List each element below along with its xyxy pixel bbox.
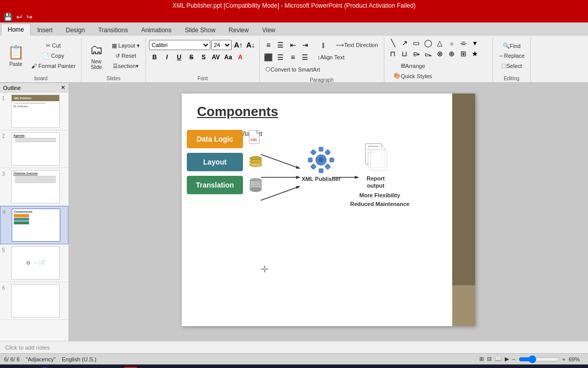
shape-10[interactable]: ⊔ bbox=[399, 49, 410, 59]
taskbar-icon-firefox[interactable]: 🦊 bbox=[20, 366, 36, 369]
undo-qat-btn[interactable]: ↩ bbox=[15, 13, 24, 21]
text-direction-button[interactable]: ⟶ Text Direction bbox=[333, 40, 381, 50]
decrease-indent-button[interactable]: ⇤ bbox=[287, 40, 299, 50]
view-slide-sorter-icon[interactable]: ⊟ bbox=[487, 356, 492, 362]
taskbar-icon-search[interactable]: 🔍 bbox=[3, 366, 18, 369]
shape-8[interactable]: ▾ bbox=[470, 38, 481, 48]
justify-button[interactable]: ☰ bbox=[300, 52, 311, 62]
layout-button-comp[interactable]: Layout bbox=[187, 153, 243, 171]
zoom-slider[interactable] bbox=[519, 355, 559, 363]
cut-button[interactable]: ✂ Cut bbox=[29, 41, 78, 51]
replace-button[interactable]: ↔ Replace bbox=[496, 51, 527, 60]
tab-animations[interactable]: Animations bbox=[135, 24, 178, 36]
shape-13[interactable]: ⊗ bbox=[434, 49, 446, 59]
reset-button[interactable]: ↺ Reset bbox=[109, 51, 142, 61]
copy-button[interactable]: 📄 Copy bbox=[29, 51, 78, 61]
shape-15[interactable]: ⊞ bbox=[458, 49, 469, 59]
shadow-button[interactable]: S bbox=[198, 52, 209, 62]
shape-7[interactable]: ⌯ bbox=[458, 38, 469, 48]
slide-thumb-5[interactable]: 5 ⚙ → 📄 bbox=[0, 244, 68, 282]
font-size-select[interactable]: 24 bbox=[211, 40, 232, 50]
taskbar-icon-clipboard[interactable]: 📋 bbox=[106, 366, 121, 369]
align-left-button[interactable]: ⬛ bbox=[263, 52, 274, 62]
tab-view[interactable]: View bbox=[255, 24, 282, 36]
shape-3[interactable]: ▭ bbox=[411, 38, 422, 48]
increase-font-btn[interactable]: A↑ bbox=[233, 40, 244, 50]
strikethrough-button[interactable]: S bbox=[186, 52, 197, 62]
zoom-level[interactable]: 69% bbox=[569, 356, 584, 362]
arrange-button[interactable]: ⊞ Arrange bbox=[389, 61, 436, 71]
slide-title[interactable]: Components bbox=[182, 94, 475, 125]
view-reading-icon[interactable]: 📖 bbox=[495, 356, 502, 362]
slide-thumb-1[interactable]: 1 XML Publisher ML Publisher bbox=[0, 93, 68, 130]
shape-11[interactable]: ⌲ bbox=[411, 49, 422, 59]
taskbar-icon-display[interactable]: 🖥 bbox=[71, 366, 87, 369]
char-space-button[interactable]: AV bbox=[210, 52, 222, 62]
redo-qat-btn[interactable]: ↪ bbox=[25, 13, 34, 21]
outline-tab-label[interactable]: Outline bbox=[3, 85, 21, 91]
bold-button[interactable]: B bbox=[149, 52, 160, 62]
format-painter-button[interactable]: 🖌 Format Painter bbox=[29, 61, 78, 71]
slide-thumb-3[interactable]: 3 .Publisher Overview bbox=[0, 168, 68, 206]
taskbar-icon-skype[interactable]: 💬 bbox=[54, 366, 69, 369]
view-slideshow-icon[interactable]: ▶ bbox=[505, 356, 509, 362]
change-case-button[interactable]: Aa bbox=[223, 52, 234, 62]
find-button[interactable]: 🔍 Find bbox=[496, 41, 527, 51]
font-family-select[interactable]: Calibri bbox=[149, 40, 210, 50]
numbered-list-button[interactable]: ☰ bbox=[275, 40, 286, 50]
align-text-button[interactable]: ↕ Align Text bbox=[315, 53, 347, 62]
view-normal-icon[interactable]: ⊞ bbox=[479, 356, 484, 362]
notes-bar[interactable]: Click to add notes bbox=[0, 341, 588, 353]
save-qat-btn[interactable]: 💾 bbox=[2, 13, 14, 21]
slide-count-status: 6/ 6/ 6 bbox=[4, 356, 20, 362]
shape-16[interactable]: ★ bbox=[470, 49, 481, 59]
translation-button[interactable]: Translation bbox=[187, 176, 243, 194]
slide-num-4: 4 bbox=[3, 209, 10, 215]
zoom-out-icon[interactable]: − bbox=[512, 356, 515, 362]
new-slide-button[interactable]: 🗂 NewSlide bbox=[85, 40, 108, 71]
tab-review[interactable]: Review bbox=[222, 24, 255, 36]
columns-button[interactable]: ⫿ bbox=[318, 40, 329, 50]
shape-2[interactable]: ↗ bbox=[399, 38, 410, 48]
bullets-button[interactable]: ≡ bbox=[263, 40, 274, 50]
font-color-button[interactable]: A bbox=[235, 52, 246, 62]
close-sidebar-btn[interactable]: ✕ bbox=[61, 84, 65, 91]
paste-button[interactable]: 📋 Paste bbox=[4, 40, 28, 71]
decrease-font-btn[interactable]: A↓ bbox=[245, 40, 256, 50]
tab-insert[interactable]: Insert bbox=[31, 24, 59, 36]
align-center-button[interactable]: ☰ bbox=[275, 52, 286, 62]
slide-thumb-4[interactable]: 4 Components bbox=[0, 206, 68, 244]
slide-thumb-2[interactable]: 2 Agenda bbox=[0, 130, 68, 168]
tab-slideshow[interactable]: Slide Show bbox=[178, 24, 222, 36]
increase-indent-button[interactable]: ⇥ bbox=[300, 40, 311, 50]
underline-button[interactable]: U bbox=[174, 52, 185, 62]
language-status[interactable]: English (U.S.) bbox=[62, 356, 96, 362]
layout-button[interactable]: ▦ Layout ▾ bbox=[109, 41, 142, 51]
tab-design[interactable]: Design bbox=[59, 24, 91, 36]
tab-home[interactable]: Home bbox=[1, 24, 31, 36]
align-right-button[interactable]: ≡ bbox=[287, 52, 299, 62]
shape-4[interactable]: ◯ bbox=[423, 38, 434, 48]
svg-rect-21 bbox=[310, 164, 316, 169]
slide-thumb-6[interactable]: 6 bbox=[0, 282, 68, 320]
data-logic-button[interactable]: Data Logic bbox=[187, 130, 243, 148]
tab-transitions[interactable]: Transitions bbox=[91, 24, 134, 36]
slide-canvas[interactable]: Components seperate data/layout bbox=[182, 94, 475, 326]
shape-12[interactable]: ⌳ bbox=[423, 49, 434, 59]
slide-preview-2: Agenda bbox=[11, 132, 60, 166]
slide-area[interactable]: Components seperate data/layout bbox=[69, 83, 588, 341]
shape-1[interactable]: ╲ bbox=[387, 38, 399, 48]
shape-6[interactable]: ⬦ bbox=[446, 38, 457, 48]
zoom-in-icon[interactable]: + bbox=[562, 356, 566, 362]
shape-5[interactable]: △ bbox=[434, 38, 446, 48]
select-button[interactable]: ⬚ Select bbox=[496, 61, 527, 71]
shape-9[interactable]: ⊓ bbox=[387, 49, 399, 59]
convert-smartart-button[interactable]: ⬡ Convert to SmartArt bbox=[263, 64, 323, 74]
section-button[interactable]: ☰ section ▾ bbox=[109, 61, 142, 71]
shape-14[interactable]: ⊕ bbox=[446, 49, 457, 59]
quick-styles-button[interactable]: 🎨 Quick Styles bbox=[389, 71, 436, 81]
taskbar-icon-settings[interactable]: ⚙ bbox=[89, 366, 104, 369]
svg-rect-15 bbox=[319, 147, 323, 151]
notes-placeholder[interactable]: Click to add notes bbox=[5, 344, 50, 351]
italic-button[interactable]: I bbox=[161, 52, 173, 62]
